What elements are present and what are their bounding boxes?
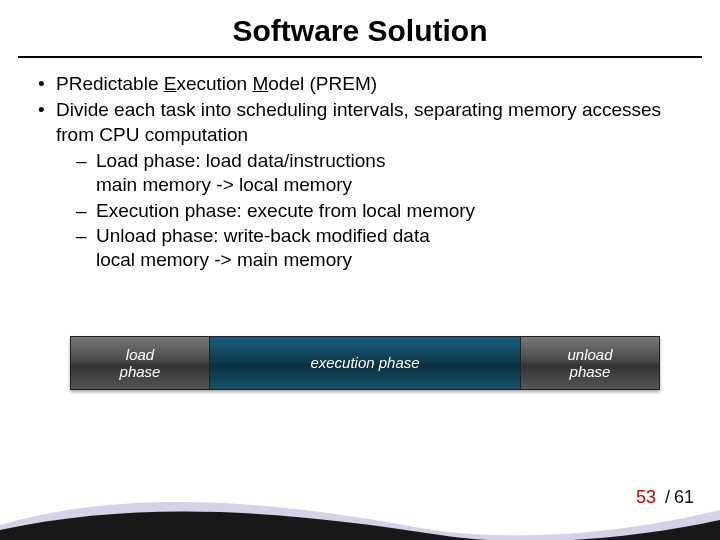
text: Load phase: load data/instructions (96, 150, 385, 171)
phase-label: unload phase (567, 346, 612, 381)
text: local memory -> main memory (96, 249, 352, 270)
page-number: 53 /61 (636, 487, 694, 508)
bullet-list: PRedictable Execution Model (PREM) Divid… (38, 72, 698, 273)
bullet-divide: Divide each task into scheduling interva… (38, 98, 698, 272)
text: Unload phase: write-back modified data (96, 225, 430, 246)
text: main memory -> local memory (96, 174, 352, 195)
bullet-prem: PRedictable Execution Model (PREM) (38, 72, 698, 96)
slide: { "title": "Software Solution", "bullets… (0, 0, 720, 540)
text: Execution phase: execute from local memo… (96, 200, 475, 221)
phase-execution: execution phase (210, 336, 520, 390)
phase-bar: load phase execution phase unload phase (70, 336, 660, 390)
phase-label: execution phase (310, 354, 419, 371)
text: PRedictable (56, 73, 164, 94)
text: E (164, 73, 177, 94)
text: xecution (176, 73, 252, 94)
page-total: 61 (674, 487, 694, 507)
sub-load: – Load phase: load data/instructions mai… (56, 149, 698, 198)
slide-body: PRedictable Execution Model (PREM) Divid… (0, 58, 720, 273)
swoosh-decor (0, 480, 720, 540)
slide-title: Software Solution (0, 0, 720, 54)
page-sep: / (665, 487, 670, 507)
text: odel (PREM) (268, 73, 377, 94)
sub-exec: – Execution phase: execute from local me… (56, 199, 698, 223)
sub-unload: – Unload phase: write-back modified data… (56, 224, 698, 273)
dash-icon: – (76, 224, 87, 248)
phase-load: load phase (70, 336, 210, 390)
dash-icon: – (76, 199, 87, 223)
text: Divide each task into scheduling interva… (56, 99, 661, 144)
dash-icon: – (76, 149, 87, 173)
phase-unload: unload phase (520, 336, 660, 390)
page-current: 53 (636, 487, 656, 507)
phase-label: load phase (120, 346, 161, 381)
sub-list: – Load phase: load data/instructions mai… (56, 149, 698, 273)
text: M (252, 73, 268, 94)
